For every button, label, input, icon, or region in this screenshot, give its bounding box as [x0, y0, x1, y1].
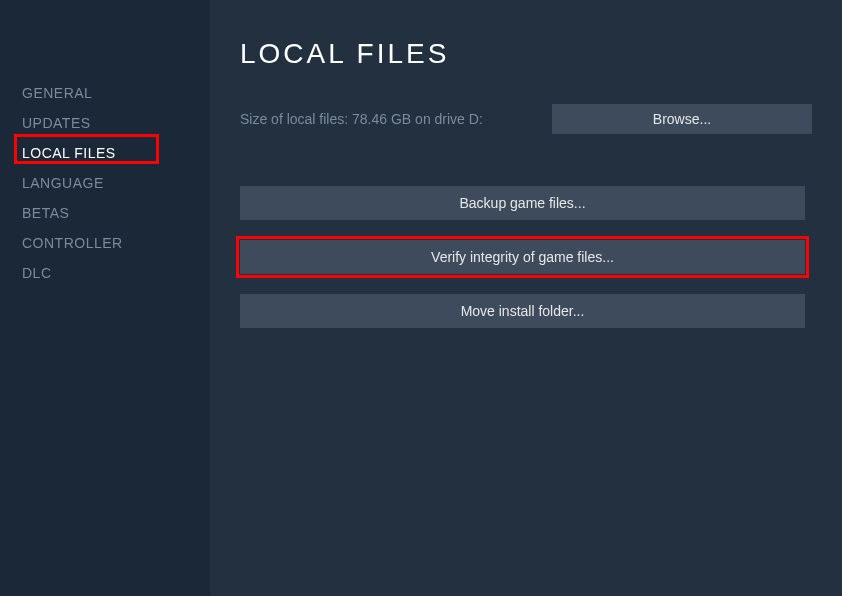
main-panel: Local Files Size of local files: 78.46 G… — [210, 0, 842, 596]
sidebar-item-betas[interactable]: Betas — [0, 198, 210, 228]
sidebar-item-label: Local Files — [22, 145, 116, 161]
sidebar: General Updates Local Files Language Bet… — [0, 0, 210, 596]
sidebar-item-dlc[interactable]: DLC — [0, 258, 210, 288]
verify-button-wrap: Verify integrity of game files... — [240, 240, 805, 274]
sidebar-item-local-files[interactable]: Local Files — [0, 138, 210, 168]
sidebar-item-label: Updates — [22, 115, 91, 131]
move-install-folder-button[interactable]: Move install folder... — [240, 294, 805, 328]
sidebar-item-label: Controller — [22, 235, 123, 251]
sidebar-item-controller[interactable]: Controller — [0, 228, 210, 258]
backup-game-files-button[interactable]: Backup game files... — [240, 186, 805, 220]
verify-integrity-button[interactable]: Verify integrity of game files... — [240, 240, 805, 274]
sidebar-item-label: General — [22, 85, 92, 101]
sidebar-item-language[interactable]: Language — [0, 168, 210, 198]
sidebar-item-label: DLC — [22, 265, 52, 281]
browse-button[interactable]: Browse... — [552, 104, 812, 134]
local-size-row: Size of local files: 78.46 GB on drive D… — [240, 104, 812, 134]
page-title: Local Files — [240, 38, 812, 70]
sidebar-item-label: Betas — [22, 205, 69, 221]
sidebar-item-updates[interactable]: Updates — [0, 108, 210, 138]
sidebar-item-general[interactable]: General — [0, 78, 210, 108]
sidebar-item-label: Language — [22, 175, 104, 191]
local-size-text: Size of local files: 78.46 GB on drive D… — [240, 111, 483, 127]
